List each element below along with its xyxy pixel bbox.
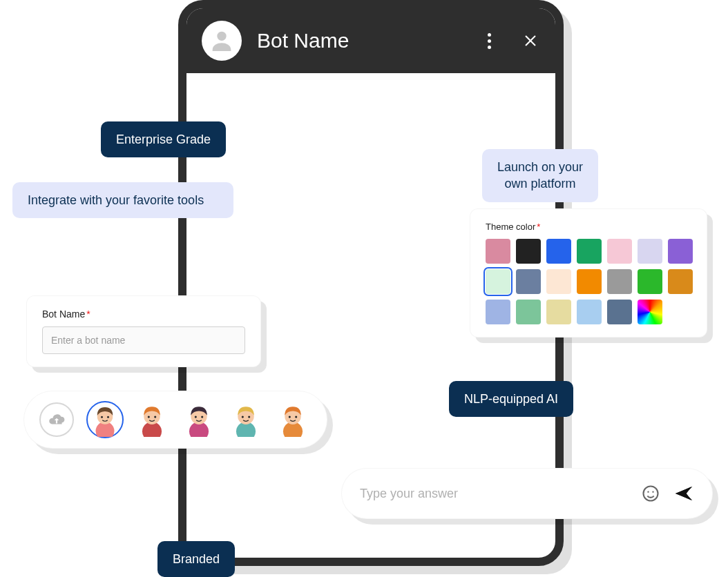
avatar-option-1[interactable] bbox=[86, 401, 124, 438]
upload-avatar-button[interactable] bbox=[39, 402, 74, 437]
theme-swatch[interactable] bbox=[516, 269, 541, 294]
theme-color-label: Theme color* bbox=[486, 222, 691, 232]
theme-swatch[interactable] bbox=[638, 300, 662, 324]
svg-point-24 bbox=[647, 491, 649, 493]
svg-point-23 bbox=[644, 487, 658, 501]
avatar-option-2[interactable] bbox=[133, 401, 171, 438]
svg-point-10 bbox=[154, 416, 156, 418]
theme-swatch[interactable] bbox=[516, 239, 541, 264]
theme-swatch[interactable] bbox=[577, 269, 602, 294]
svg-point-6 bbox=[107, 416, 109, 418]
label-text: Bot Name bbox=[42, 309, 85, 320]
chip-label: Launch on your own platform bbox=[497, 160, 583, 190]
required-asterisk: * bbox=[86, 309, 90, 320]
chip-label: Branded bbox=[173, 552, 220, 566]
theme-swatch[interactable] bbox=[516, 300, 541, 324]
bot-name-input[interactable] bbox=[42, 326, 245, 354]
bot-name-label: Bot Name* bbox=[42, 309, 245, 320]
phone-title: Bot Name bbox=[257, 29, 464, 52]
avatar-option-3[interactable] bbox=[180, 401, 218, 438]
svg-point-13 bbox=[195, 416, 197, 418]
theme-swatch[interactable] bbox=[607, 239, 632, 264]
theme-swatch[interactable] bbox=[607, 269, 632, 294]
chat-input-bar: Type your answer bbox=[341, 468, 713, 519]
bot-name-card: Bot Name* bbox=[26, 295, 261, 367]
theme-color-card: Theme color* bbox=[470, 208, 707, 338]
theme-swatch-grid bbox=[486, 239, 691, 324]
phone-header: Bot Name bbox=[186, 8, 555, 73]
theme-swatch[interactable] bbox=[577, 300, 602, 324]
chip-nlp: NLP-equipped AI bbox=[449, 381, 573, 417]
theme-swatch[interactable] bbox=[486, 269, 510, 294]
theme-swatch[interactable] bbox=[546, 239, 571, 264]
chip-enterprise: Enterprise Grade bbox=[101, 121, 226, 157]
avatar-option-4[interactable] bbox=[227, 401, 265, 438]
chip-label: Integrate with your favorite tools bbox=[28, 193, 204, 207]
chip-branded: Branded bbox=[157, 541, 235, 577]
svg-point-22 bbox=[295, 416, 297, 418]
theme-swatch[interactable] bbox=[486, 300, 510, 324]
theme-swatch[interactable] bbox=[638, 239, 662, 264]
svg-point-17 bbox=[242, 416, 244, 418]
bot-avatar bbox=[202, 21, 242, 61]
theme-swatch[interactable] bbox=[577, 239, 602, 264]
avatar-picker bbox=[23, 391, 327, 449]
theme-swatch[interactable] bbox=[668, 239, 693, 264]
theme-swatch[interactable] bbox=[668, 269, 693, 294]
send-icon[interactable] bbox=[673, 483, 694, 504]
chip-integrate: Integrate with your favorite tools bbox=[12, 182, 233, 218]
theme-swatch[interactable] bbox=[546, 300, 571, 324]
chip-label: NLP-equipped AI bbox=[464, 392, 558, 406]
emoji-icon[interactable] bbox=[640, 483, 661, 504]
svg-point-5 bbox=[101, 416, 103, 418]
theme-swatch[interactable] bbox=[546, 269, 571, 294]
svg-point-18 bbox=[248, 416, 250, 418]
close-icon[interactable] bbox=[521, 31, 540, 50]
label-text: Theme color bbox=[486, 222, 535, 232]
chat-input[interactable]: Type your answer bbox=[360, 487, 628, 501]
more-icon[interactable] bbox=[479, 31, 499, 50]
required-asterisk: * bbox=[537, 222, 540, 232]
chip-launch: Launch on your own platform bbox=[482, 149, 598, 202]
svg-point-25 bbox=[652, 491, 653, 493]
chip-label: Enterprise Grade bbox=[116, 133, 211, 146]
svg-point-9 bbox=[148, 416, 150, 418]
svg-point-14 bbox=[201, 416, 203, 418]
avatar-option-5[interactable] bbox=[274, 401, 312, 438]
svg-point-0 bbox=[217, 32, 226, 41]
svg-point-21 bbox=[289, 416, 291, 418]
theme-swatch[interactable] bbox=[638, 269, 662, 294]
theme-swatch[interactable] bbox=[486, 239, 510, 264]
theme-swatch[interactable] bbox=[607, 300, 632, 324]
